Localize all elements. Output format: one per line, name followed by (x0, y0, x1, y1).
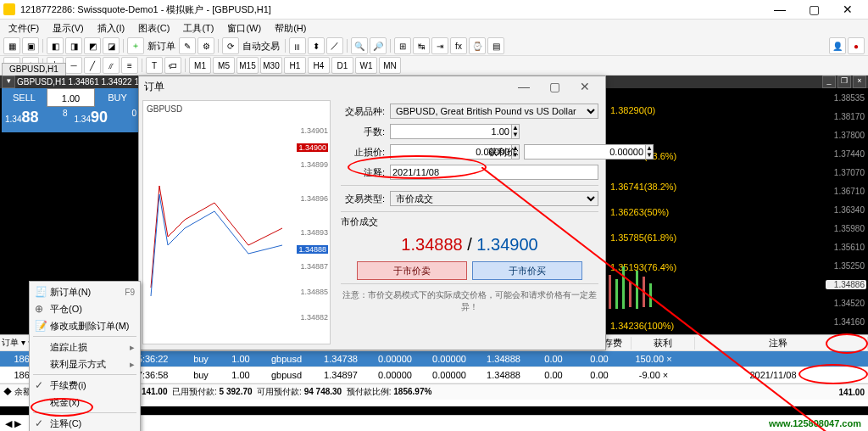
tp-input[interactable] (524, 144, 646, 160)
fib-level: 1.36741(38.2%) (610, 182, 676, 192)
market-watch-icon[interactable]: ◧ (47, 37, 64, 54)
quote-display: 1.34888 / 1.34900 (341, 235, 598, 255)
dialog-title: 订单 (144, 80, 509, 94)
shift-icon[interactable]: ↹ (413, 37, 430, 54)
fibo-icon[interactable]: ≡ (121, 57, 138, 74)
context-menu: 🧾新订单(N)F9⊕平仓(O)📝修改或删除订单(M)追踪止损获利显示方式✓手续费… (29, 281, 141, 431)
tf-M5[interactable]: M5 (213, 57, 235, 74)
indicators-icon[interactable]: fx (450, 37, 467, 54)
svg-rect-5 (636, 271, 638, 309)
periods-icon[interactable]: ⌚ (469, 37, 486, 54)
tf-H1[interactable]: H1 (284, 57, 306, 74)
dialog-tick-chart: GBPUSD 1.349011.348991.348961.348931.348… (142, 100, 331, 344)
templates-icon[interactable]: ▤ (487, 37, 504, 54)
fib-level: 1.36263(50%) (610, 207, 669, 217)
chart-restore-icon[interactable]: ❐ (837, 76, 851, 88)
hline-icon[interactable]: ─ (65, 57, 82, 74)
channel-icon[interactable]: ⫽ (103, 57, 120, 74)
dialog-close-icon[interactable]: ✕ (570, 80, 600, 93)
tf-M30[interactable]: M30 (260, 57, 282, 74)
minimize-button[interactable]: — (763, 1, 797, 18)
close-button[interactable]: ✕ (831, 1, 865, 18)
svg-rect-2 (615, 279, 618, 309)
tf-M15[interactable]: M15 (236, 57, 259, 74)
label-icon[interactable]: 🏷 (164, 57, 181, 74)
navigator-icon[interactable]: ◨ (65, 37, 82, 54)
fib-level: 1.35785(61.8%) (610, 232, 676, 243)
ctx-追踪止损[interactable]: 追踪止损 (30, 339, 140, 355)
new-order-icon[interactable]: ＋ (127, 37, 144, 54)
ctx-修改或删除订单(M)[interactable]: 📝修改或删除订单(M) (30, 317, 140, 334)
chart-close-icon[interactable]: × (853, 76, 866, 88)
order-dialog: 订单 — ▢ ✕ GBPUSD 1.349011.348991.348961.3… (138, 76, 606, 350)
autoscroll-icon[interactable]: ⇥ (431, 37, 448, 54)
execution-label: 市价成交 (341, 216, 598, 228)
tf-MN[interactable]: MN (379, 57, 401, 74)
bars-icon[interactable]: ⫼ (289, 37, 306, 54)
trendline-icon[interactable]: ╱ (84, 57, 101, 74)
ctx-平仓(O)[interactable]: ⊕平仓(O) (30, 300, 140, 317)
zoom-in-icon[interactable]: 🔍 (351, 37, 368, 54)
person-icon[interactable]: 👤 (829, 37, 846, 54)
options-icon[interactable]: ⚙ (198, 37, 214, 54)
chart-sys-icon[interactable]: ▾ (2, 76, 15, 88)
new-order-label[interactable]: 新订单 (146, 40, 177, 53)
orders-tab[interactable]: 订单 ▾ (2, 337, 25, 349)
lots-spin[interactable]: ▲▼ (512, 124, 520, 139)
candles-icon-group (593, 258, 814, 326)
profiles-icon[interactable]: ▣ (22, 37, 39, 54)
menu-工具(T)[interactable]: 工具(T) (180, 21, 217, 36)
svg-rect-3 (622, 266, 625, 309)
text-icon[interactable]: T (146, 57, 163, 74)
tf-H4[interactable]: H4 (308, 57, 330, 74)
menu-图表(C)[interactable]: 图表(C) (135, 21, 173, 36)
symbol-select[interactable]: GBPUSD, Great British Pound vs US Dollar (390, 104, 598, 119)
oneclick-lots[interactable]: 1.00 (47, 88, 95, 107)
type-select[interactable]: 市价成交 (390, 191, 598, 206)
autotrading-label[interactable]: 自动交易 (241, 40, 281, 53)
col-hdr[interactable]: 注释 (695, 337, 868, 350)
menu-文件(F)[interactable]: 文件(F) (5, 21, 42, 36)
comment-input[interactable] (390, 165, 598, 180)
app-icon (3, 3, 15, 15)
oneclick-sell[interactable]: SELL (2, 88, 47, 107)
candles-icon[interactable]: ⬍ (308, 37, 325, 54)
status-text: ◀ ▶ (5, 418, 21, 429)
ctx-手续费(i)[interactable]: ✓手续费(i) (30, 377, 140, 394)
watermark-url: www.125808047.com (769, 418, 861, 428)
ctx-获利显示方式[interactable]: 获利显示方式 (30, 355, 140, 372)
menu-显示(V)[interactable]: 显示(V) (49, 21, 87, 36)
market-buy-button[interactable]: 于市价买 (472, 261, 582, 280)
menu-帮助(H)[interactable]: 帮助(H) (271, 21, 309, 36)
market-sell-button[interactable]: 于市价卖 (357, 261, 467, 280)
line-chart-icon[interactable]: ／ (326, 37, 343, 54)
chart-tab[interactable]: GBPUSD,H1 (2, 63, 66, 76)
metaeditor-icon[interactable]: ✎ (179, 37, 196, 54)
maximize-button[interactable]: ▢ (797, 1, 831, 18)
svg-rect-1 (609, 275, 611, 309)
dialog-max-icon[interactable]: ▢ (539, 80, 570, 93)
menu-插入(I)[interactable]: 插入(I) (94, 21, 128, 36)
svg-rect-7 (649, 283, 652, 307)
dialog-min-icon[interactable]: — (509, 80, 539, 93)
new-chart-icon[interactable]: ▦ (3, 37, 20, 54)
zoom-out-icon[interactable]: 🔎 (370, 37, 387, 54)
tf-W1[interactable]: W1 (355, 57, 377, 74)
terminal-icon[interactable]: ◩ (84, 37, 101, 54)
strategy-tester-icon[interactable]: ◪ (103, 37, 120, 54)
window-title: 1218772286: Swissquote-Demo1 - 模拟账户 - [G… (20, 3, 763, 16)
main-toolbar: ▦ ▣ ◧ ◨ ◩ ◪ ＋ 新订单 ✎ ⚙ ⟳ 自动交易 ⫼ ⬍ ／ 🔍 🔎 ⊞… (0, 36, 868, 56)
lots-input[interactable] (390, 124, 512, 139)
autotrading-icon[interactable]: ⟳ (222, 37, 239, 54)
alert-icon[interactable]: ● (848, 37, 865, 54)
col-hdr[interactable]: 获利 (632, 337, 695, 350)
ctx-新订单(N)[interactable]: 🧾新订单(N)F9 (30, 283, 140, 300)
ctx-税金(x)[interactable]: 税金(x) (30, 394, 140, 411)
tf-M1[interactable]: M1 (189, 57, 211, 74)
oneclick-buy[interactable]: BUY (95, 88, 140, 107)
menu-窗口(W)[interactable]: 窗口(W) (224, 21, 264, 36)
ctx-注释(C)[interactable]: ✓注释(C) (30, 415, 140, 431)
chart-min-icon[interactable]: _ (822, 76, 836, 88)
tile-icon[interactable]: ⊞ (394, 37, 411, 54)
tf-D1[interactable]: D1 (331, 57, 353, 74)
